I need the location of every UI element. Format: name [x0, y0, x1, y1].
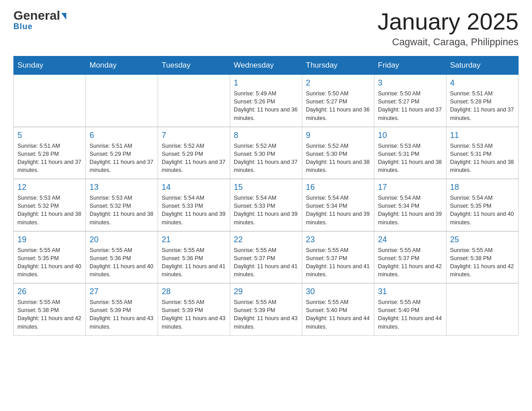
weekday-header-monday: Monday: [86, 56, 158, 75]
page-header: General Blue January 2025 Cagwait, Carag…: [13, 9, 519, 48]
calendar-cell: [86, 75, 158, 127]
logo-general: General: [13, 9, 66, 23]
day-number: 5: [17, 131, 82, 140]
calendar-cell: 25Sunrise: 5:55 AM Sunset: 5:38 PM Dayli…: [446, 231, 519, 283]
day-number: 3: [378, 78, 442, 88]
week-row-1: 1Sunrise: 5:49 AM Sunset: 5:26 PM Daylig…: [14, 75, 519, 127]
calendar-cell: 14Sunrise: 5:54 AM Sunset: 5:33 PM Dayli…: [158, 179, 230, 231]
day-number: 11: [450, 131, 515, 140]
weekday-header-tuesday: Tuesday: [158, 56, 230, 75]
calendar-cell: 28Sunrise: 5:55 AM Sunset: 5:39 PM Dayli…: [158, 283, 230, 336]
day-info: Sunrise: 5:54 AM Sunset: 5:34 PM Dayligh…: [306, 194, 370, 227]
day-info: Sunrise: 5:55 AM Sunset: 5:40 PM Dayligh…: [306, 298, 370, 331]
location-title: Cagwait, Caraga, Philippines: [378, 36, 519, 48]
day-info: Sunrise: 5:55 AM Sunset: 5:36 PM Dayligh…: [90, 246, 154, 279]
weekday-header-wednesday: Wednesday: [230, 56, 302, 75]
day-info: Sunrise: 5:54 AM Sunset: 5:33 PM Dayligh…: [162, 194, 226, 227]
weekday-header-saturday: Saturday: [446, 56, 519, 75]
calendar-cell: 3Sunrise: 5:50 AM Sunset: 5:27 PM Daylig…: [374, 75, 446, 127]
day-info: Sunrise: 5:55 AM Sunset: 5:35 PM Dayligh…: [17, 246, 82, 279]
weekday-header-friday: Friday: [374, 56, 446, 75]
calendar-cell: 10Sunrise: 5:53 AM Sunset: 5:31 PM Dayli…: [374, 127, 446, 179]
calendar-cell: 29Sunrise: 5:55 AM Sunset: 5:39 PM Dayli…: [230, 283, 302, 336]
calendar-cell: 27Sunrise: 5:55 AM Sunset: 5:39 PM Dayli…: [86, 283, 158, 336]
week-row-5: 26Sunrise: 5:55 AM Sunset: 5:38 PM Dayli…: [14, 283, 519, 336]
title-area: January 2025 Cagwait, Caraga, Philippine…: [378, 9, 519, 48]
calendar-cell: 15Sunrise: 5:54 AM Sunset: 5:33 PM Dayli…: [230, 179, 302, 231]
day-info: Sunrise: 5:55 AM Sunset: 5:37 PM Dayligh…: [234, 246, 298, 279]
day-info: Sunrise: 5:54 AM Sunset: 5:33 PM Dayligh…: [234, 194, 298, 227]
day-info: Sunrise: 5:50 AM Sunset: 5:27 PM Dayligh…: [306, 90, 370, 122]
day-number: 20: [90, 235, 154, 244]
day-info: Sunrise: 5:49 AM Sunset: 5:26 PM Dayligh…: [234, 90, 298, 122]
day-number: 13: [90, 183, 154, 192]
calendar-cell: 21Sunrise: 5:55 AM Sunset: 5:36 PM Dayli…: [158, 231, 230, 283]
logo-area: General Blue: [13, 9, 66, 31]
day-info: Sunrise: 5:53 AM Sunset: 5:32 PM Dayligh…: [90, 194, 154, 227]
calendar-cell: [14, 75, 86, 127]
day-number: 31: [378, 287, 442, 296]
day-info: Sunrise: 5:55 AM Sunset: 5:38 PM Dayligh…: [17, 298, 82, 331]
day-number: 7: [162, 131, 226, 140]
day-info: Sunrise: 5:55 AM Sunset: 5:38 PM Dayligh…: [450, 246, 515, 279]
calendar-cell: 13Sunrise: 5:53 AM Sunset: 5:32 PM Dayli…: [86, 179, 158, 231]
day-info: Sunrise: 5:53 AM Sunset: 5:32 PM Dayligh…: [17, 194, 82, 227]
calendar-cell: 7Sunrise: 5:52 AM Sunset: 5:29 PM Daylig…: [158, 127, 230, 179]
day-number: 4: [450, 78, 515, 88]
day-info: Sunrise: 5:55 AM Sunset: 5:39 PM Dayligh…: [90, 298, 154, 331]
calendar-cell: 20Sunrise: 5:55 AM Sunset: 5:36 PM Dayli…: [86, 231, 158, 283]
weekday-header-sunday: Sunday: [14, 56, 86, 75]
day-number: 23: [306, 235, 370, 244]
day-number: 14: [162, 183, 226, 192]
calendar-cell: 23Sunrise: 5:55 AM Sunset: 5:37 PM Dayli…: [302, 231, 374, 283]
day-info: Sunrise: 5:52 AM Sunset: 5:29 PM Dayligh…: [162, 142, 226, 175]
day-info: Sunrise: 5:51 AM Sunset: 5:29 PM Dayligh…: [90, 142, 154, 175]
day-number: 12: [17, 183, 82, 192]
day-number: 28: [162, 287, 226, 296]
calendar-cell: 22Sunrise: 5:55 AM Sunset: 5:37 PM Dayli…: [230, 231, 302, 283]
day-number: 29: [234, 287, 298, 296]
calendar-table: SundayMondayTuesdayWednesdayThursdayFrid…: [13, 56, 519, 336]
day-number: 24: [378, 235, 442, 244]
day-number: 21: [162, 235, 226, 244]
calendar-cell: [158, 75, 230, 127]
calendar-cell: 9Sunrise: 5:52 AM Sunset: 5:30 PM Daylig…: [302, 127, 374, 179]
calendar-cell: 26Sunrise: 5:55 AM Sunset: 5:38 PM Dayli…: [14, 283, 86, 336]
calendar-cell: 30Sunrise: 5:55 AM Sunset: 5:40 PM Dayli…: [302, 283, 374, 336]
calendar-cell: [446, 283, 519, 336]
day-info: Sunrise: 5:53 AM Sunset: 5:31 PM Dayligh…: [450, 142, 515, 175]
day-info: Sunrise: 5:52 AM Sunset: 5:30 PM Dayligh…: [234, 142, 298, 175]
calendar-cell: 24Sunrise: 5:55 AM Sunset: 5:37 PM Dayli…: [374, 231, 446, 283]
day-info: Sunrise: 5:53 AM Sunset: 5:31 PM Dayligh…: [378, 142, 442, 175]
day-number: 1: [234, 78, 298, 88]
calendar-cell: 31Sunrise: 5:55 AM Sunset: 5:40 PM Dayli…: [374, 283, 446, 336]
day-number: 18: [450, 183, 515, 192]
calendar-cell: 19Sunrise: 5:55 AM Sunset: 5:35 PM Dayli…: [14, 231, 86, 283]
day-number: 25: [450, 235, 515, 244]
week-row-3: 12Sunrise: 5:53 AM Sunset: 5:32 PM Dayli…: [14, 179, 519, 231]
logo-blue: Blue: [13, 22, 33, 31]
day-number: 2: [306, 78, 370, 88]
week-row-4: 19Sunrise: 5:55 AM Sunset: 5:35 PM Dayli…: [14, 231, 519, 283]
day-info: Sunrise: 5:54 AM Sunset: 5:34 PM Dayligh…: [378, 194, 442, 227]
day-info: Sunrise: 5:55 AM Sunset: 5:37 PM Dayligh…: [378, 246, 442, 279]
month-title: January 2025: [378, 9, 519, 34]
day-number: 9: [306, 131, 370, 140]
day-info: Sunrise: 5:55 AM Sunset: 5:39 PM Dayligh…: [162, 298, 226, 331]
day-number: 8: [234, 131, 298, 140]
day-number: 30: [306, 287, 370, 296]
day-info: Sunrise: 5:55 AM Sunset: 5:39 PM Dayligh…: [234, 298, 298, 331]
day-number: 10: [378, 131, 442, 140]
calendar-cell: 11Sunrise: 5:53 AM Sunset: 5:31 PM Dayli…: [446, 127, 519, 179]
day-info: Sunrise: 5:55 AM Sunset: 5:37 PM Dayligh…: [306, 246, 370, 279]
calendar-cell: 4Sunrise: 5:51 AM Sunset: 5:28 PM Daylig…: [446, 75, 519, 127]
calendar-cell: 8Sunrise: 5:52 AM Sunset: 5:30 PM Daylig…: [230, 127, 302, 179]
calendar-cell: 2Sunrise: 5:50 AM Sunset: 5:27 PM Daylig…: [302, 75, 374, 127]
calendar-cell: 17Sunrise: 5:54 AM Sunset: 5:34 PM Dayli…: [374, 179, 446, 231]
calendar-cell: 1Sunrise: 5:49 AM Sunset: 5:26 PM Daylig…: [230, 75, 302, 127]
day-number: 19: [17, 235, 82, 244]
day-number: 6: [90, 131, 154, 140]
calendar-cell: 16Sunrise: 5:54 AM Sunset: 5:34 PM Dayli…: [302, 179, 374, 231]
day-info: Sunrise: 5:55 AM Sunset: 5:36 PM Dayligh…: [162, 246, 226, 279]
day-number: 16: [306, 183, 370, 192]
